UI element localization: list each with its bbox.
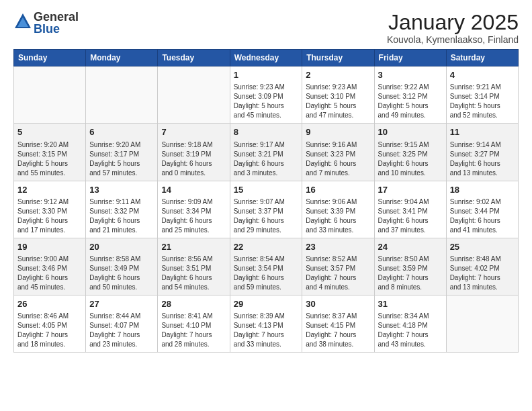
calendar-header-thursday: Thursday	[302, 50, 374, 66]
calendar-header-friday: Friday	[374, 50, 446, 66]
day-number: 7	[161, 126, 226, 138]
day-info: Sunrise: 8:37 AM Sunset: 4:15 PM Dayligh…	[306, 312, 370, 349]
logo-text: General Blue	[34, 11, 79, 35]
calendar-table: SundayMondayTuesdayWednesdayThursdayFrid…	[13, 49, 519, 353]
day-info: Sunrise: 9:14 AM Sunset: 3:27 PM Dayligh…	[450, 140, 515, 178]
day-number: 3	[378, 69, 443, 81]
calendar-cell: 2Sunrise: 9:23 AM Sunset: 3:10 PM Daylig…	[302, 66, 374, 124]
calendar-cell: 23Sunrise: 8:52 AM Sunset: 3:57 PM Dayli…	[302, 238, 374, 295]
calendar-cell: 9Sunrise: 9:16 AM Sunset: 3:23 PM Daylig…	[302, 124, 374, 181]
day-info: Sunrise: 9:00 AM Sunset: 3:46 PM Dayligh…	[17, 255, 82, 292]
calendar-cell: 22Sunrise: 8:54 AM Sunset: 3:54 PM Dayli…	[230, 238, 302, 295]
day-info: Sunrise: 8:52 AM Sunset: 3:57 PM Dayligh…	[306, 255, 370, 292]
day-info: Sunrise: 8:39 AM Sunset: 4:13 PM Dayligh…	[234, 312, 299, 349]
calendar-cell	[158, 66, 230, 124]
calendar-week-row: 12Sunrise: 9:12 AM Sunset: 3:30 PM Dayli…	[14, 181, 519, 238]
calendar-cell: 21Sunrise: 8:56 AM Sunset: 3:51 PM Dayli…	[158, 238, 230, 295]
day-info: Sunrise: 8:44 AM Sunset: 4:07 PM Dayligh…	[89, 312, 154, 349]
day-number: 26	[17, 298, 82, 310]
day-number: 2	[306, 69, 370, 81]
header: General Blue January 2025 Kouvola, Kymen…	[13, 11, 519, 45]
day-number: 30	[306, 298, 370, 310]
day-number: 6	[89, 126, 154, 138]
day-info: Sunrise: 8:46 AM Sunset: 4:05 PM Dayligh…	[17, 312, 82, 349]
day-number: 9	[306, 126, 370, 138]
day-number: 23	[306, 241, 370, 253]
calendar-cell: 18Sunrise: 9:02 AM Sunset: 3:44 PM Dayli…	[446, 181, 518, 238]
day-number: 1	[234, 69, 299, 81]
day-number: 5	[17, 126, 82, 138]
calendar-cell: 17Sunrise: 9:04 AM Sunset: 3:41 PM Dayli…	[374, 181, 446, 238]
day-info: Sunrise: 8:58 AM Sunset: 3:49 PM Dayligh…	[89, 255, 154, 292]
calendar-week-row: 26Sunrise: 8:46 AM Sunset: 4:05 PM Dayli…	[14, 295, 519, 352]
calendar-cell: 8Sunrise: 9:17 AM Sunset: 3:21 PM Daylig…	[230, 124, 302, 181]
day-info: Sunrise: 9:16 AM Sunset: 3:23 PM Dayligh…	[306, 140, 370, 178]
calendar-cell: 29Sunrise: 8:39 AM Sunset: 4:13 PM Dayli…	[230, 295, 302, 352]
calendar-week-row: 19Sunrise: 9:00 AM Sunset: 3:46 PM Dayli…	[14, 238, 519, 295]
day-number: 14	[161, 184, 226, 196]
calendar-cell: 1Sunrise: 9:23 AM Sunset: 3:09 PM Daylig…	[230, 66, 302, 124]
calendar-cell: 7Sunrise: 9:18 AM Sunset: 3:19 PM Daylig…	[158, 124, 230, 181]
calendar-header-monday: Monday	[86, 50, 158, 66]
day-info: Sunrise: 8:48 AM Sunset: 4:02 PM Dayligh…	[450, 255, 515, 292]
calendar-cell: 5Sunrise: 9:20 AM Sunset: 3:15 PM Daylig…	[14, 124, 86, 181]
header-right: January 2025 Kouvola, Kymenlaakso, Finla…	[387, 11, 519, 45]
day-number: 25	[450, 241, 515, 253]
calendar-cell: 28Sunrise: 8:41 AM Sunset: 4:10 PM Dayli…	[158, 295, 230, 352]
day-info: Sunrise: 9:02 AM Sunset: 3:44 PM Dayligh…	[450, 197, 515, 235]
calendar-cell: 13Sunrise: 9:11 AM Sunset: 3:32 PM Dayli…	[86, 181, 158, 238]
calendar-cell: 15Sunrise: 9:07 AM Sunset: 3:37 PM Dayli…	[230, 181, 302, 238]
day-number: 27	[89, 298, 154, 310]
day-info: Sunrise: 9:09 AM Sunset: 3:34 PM Dayligh…	[161, 197, 226, 235]
calendar-week-row: 1Sunrise: 9:23 AM Sunset: 3:09 PM Daylig…	[14, 66, 519, 124]
calendar-cell: 14Sunrise: 9:09 AM Sunset: 3:34 PM Dayli…	[158, 181, 230, 238]
calendar-cell: 10Sunrise: 9:15 AM Sunset: 3:25 PM Dayli…	[374, 124, 446, 181]
calendar-cell: 16Sunrise: 9:06 AM Sunset: 3:39 PM Dayli…	[302, 181, 374, 238]
day-number: 24	[378, 241, 443, 253]
day-number: 10	[378, 126, 443, 138]
calendar-cell	[14, 66, 86, 124]
logo-blue-text: Blue	[34, 23, 79, 35]
calendar-cell: 12Sunrise: 9:12 AM Sunset: 3:30 PM Dayli…	[14, 181, 86, 238]
day-number: 8	[234, 126, 299, 138]
calendar-cell: 4Sunrise: 9:21 AM Sunset: 3:14 PM Daylig…	[446, 66, 518, 124]
logo-general-text: General	[34, 11, 79, 23]
day-info: Sunrise: 9:15 AM Sunset: 3:25 PM Dayligh…	[378, 140, 443, 178]
day-number: 19	[17, 241, 82, 253]
day-number: 29	[234, 298, 299, 310]
day-info: Sunrise: 9:18 AM Sunset: 3:19 PM Dayligh…	[161, 140, 226, 178]
day-info: Sunrise: 9:12 AM Sunset: 3:30 PM Dayligh…	[17, 197, 82, 235]
day-number: 15	[234, 184, 299, 196]
day-info: Sunrise: 9:07 AM Sunset: 3:37 PM Dayligh…	[234, 197, 299, 235]
calendar-header-saturday: Saturday	[446, 50, 518, 66]
day-number: 4	[450, 69, 515, 81]
calendar-header-tuesday: Tuesday	[158, 50, 230, 66]
day-number: 20	[89, 241, 154, 253]
day-info: Sunrise: 9:23 AM Sunset: 3:10 PM Dayligh…	[306, 83, 370, 120]
day-info: Sunrise: 9:22 AM Sunset: 3:12 PM Dayligh…	[378, 83, 443, 120]
day-number: 17	[378, 184, 443, 196]
day-number: 21	[161, 241, 226, 253]
day-number: 22	[234, 241, 299, 253]
day-info: Sunrise: 9:04 AM Sunset: 3:41 PM Dayligh…	[378, 197, 443, 235]
day-info: Sunrise: 9:11 AM Sunset: 3:32 PM Dayligh…	[89, 197, 154, 235]
calendar-cell: 3Sunrise: 9:22 AM Sunset: 3:12 PM Daylig…	[374, 66, 446, 124]
day-number: 18	[450, 184, 515, 196]
location: Kouvola, Kymenlaakso, Finland	[387, 34, 519, 45]
calendar-cell: 26Sunrise: 8:46 AM Sunset: 4:05 PM Dayli…	[14, 295, 86, 352]
logo: General Blue	[13, 11, 79, 35]
day-info: Sunrise: 9:06 AM Sunset: 3:39 PM Dayligh…	[306, 197, 370, 235]
day-number: 31	[378, 298, 443, 310]
calendar-cell: 24Sunrise: 8:50 AM Sunset: 3:59 PM Dayli…	[374, 238, 446, 295]
day-info: Sunrise: 8:54 AM Sunset: 3:54 PM Dayligh…	[234, 255, 299, 292]
day-info: Sunrise: 9:17 AM Sunset: 3:21 PM Dayligh…	[234, 140, 299, 178]
calendar-cell: 30Sunrise: 8:37 AM Sunset: 4:15 PM Dayli…	[302, 295, 374, 352]
month-title: January 2025	[387, 11, 519, 34]
calendar-cell: 25Sunrise: 8:48 AM Sunset: 4:02 PM Dayli…	[446, 238, 518, 295]
calendar-cell	[446, 295, 518, 352]
calendar-week-row: 5Sunrise: 9:20 AM Sunset: 3:15 PM Daylig…	[14, 124, 519, 181]
calendar-cell: 31Sunrise: 8:34 AM Sunset: 4:18 PM Dayli…	[374, 295, 446, 352]
day-number: 13	[89, 184, 154, 196]
calendar-header-row: SundayMondayTuesdayWednesdayThursdayFrid…	[14, 50, 519, 66]
day-info: Sunrise: 8:50 AM Sunset: 3:59 PM Dayligh…	[378, 255, 443, 292]
